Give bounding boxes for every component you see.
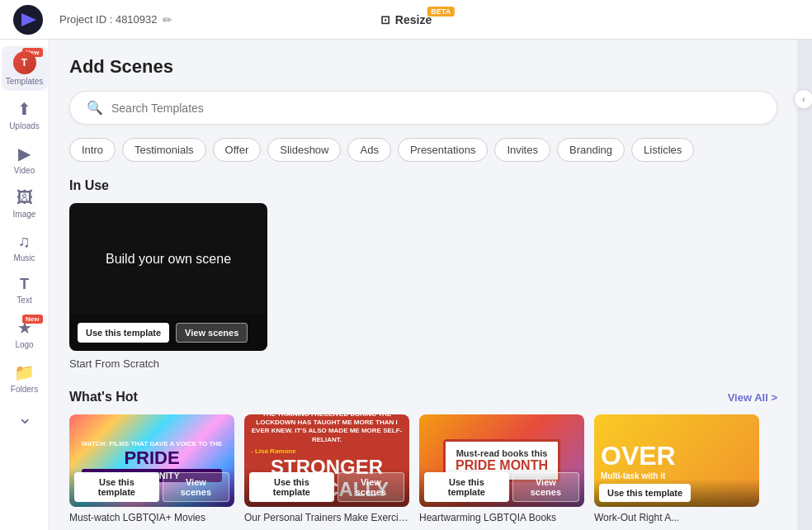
hot-grid: WATCH: FILMS THAT GAVE A VOICE TO THE PR… [69, 414, 777, 523]
in-use-heading: In Use [69, 178, 777, 193]
in-use-card-inner: Build your own scene [69, 203, 267, 315]
beta-badge: BETA [427, 7, 455, 17]
stronger-use-btn[interactable]: Use this template [249, 472, 334, 502]
filter-presentations[interactable]: Presentations [398, 138, 489, 162]
pride-view-btn[interactable]: View scenes [163, 472, 229, 502]
filter-testimonials[interactable]: Testimonials [122, 138, 206, 162]
pride-label: Must-watch LGBTQIA+ Movies [69, 512, 234, 523]
collapse-button[interactable]: ‹ [794, 89, 812, 109]
filter-slideshow[interactable]: Slideshow [267, 138, 341, 162]
resize-button[interactable]: ⊡ Resize BETA [380, 13, 432, 26]
stronger-label: Our Personal Trainers Make Exercising... [244, 512, 409, 523]
view-all-link[interactable]: View All > [728, 391, 777, 404]
filter-ads[interactable]: Ads [347, 138, 390, 162]
logo-area [13, 5, 43, 35]
stronger-actions: Use this template View scenes [244, 467, 409, 507]
hot-card-workout[interactable]: OVER Multi-task with it Use this templat… [594, 414, 759, 523]
hot-card-pride[interactable]: WATCH: FILMS THAT GAVE A VOICE TO THE PR… [69, 414, 234, 523]
page-title: Add Scenes [69, 56, 777, 78]
hot-card-stronger[interactable]: THE TRAINING I RECEIVED DURING THE LOCKD… [244, 414, 409, 523]
filter-branding[interactable]: Branding [557, 138, 625, 162]
hot-card-books[interactable]: Must-read books this PRIDE MONTH Use thi… [419, 414, 584, 523]
start-scratch-label: Start From Scratch [69, 357, 777, 370]
music-icon: ♫ [18, 232, 31, 251]
text-icon: T [20, 276, 29, 293]
stronger-view-btn[interactable]: View scenes [338, 472, 404, 502]
in-use-card[interactable]: Build your own scene Use this template V… [69, 203, 267, 351]
filter-offer[interactable]: Offer [213, 138, 262, 162]
books-use-btn[interactable]: Use this template [424, 472, 509, 502]
in-use-actions: Use this template View scenes [69, 315, 267, 351]
pride-use-btn[interactable]: Use this template [74, 472, 159, 502]
sidebar-item-templates[interactable]: New T Templates [2, 46, 48, 91]
sidebar-item-folders[interactable]: 📁 Folders [2, 357, 48, 399]
search-input[interactable] [111, 102, 760, 115]
books-view-btn[interactable]: View scenes [512, 472, 579, 502]
search-icon: 🔍 [87, 100, 103, 116]
filter-listicles[interactable]: Listicles [631, 138, 694, 162]
avatar: T [13, 51, 36, 74]
video-icon: ▶ [18, 144, 31, 163]
edit-icon[interactable]: ✏ [163, 13, 172, 26]
right-panel: ‹ [797, 40, 812, 530]
workout-label: Work-Out Right A... [594, 512, 759, 523]
filter-chips: Intro Testimonials Offer Slideshow Ads P… [69, 138, 777, 162]
pride-card-img: WATCH: FILMS THAT GAVE A VOICE TO THE PR… [69, 414, 234, 507]
books-card-img: Must-read books this PRIDE MONTH Use thi… [419, 414, 584, 507]
whats-hot-heading: What's Hot View All > [69, 390, 777, 405]
image-icon: 🖼 [17, 188, 33, 207]
upload-icon: ⬆ [17, 99, 31, 119]
main-layout: New T Templates ⬆ Uploads ▶ Video 🖼 Imag… [0, 40, 812, 530]
books-label: Heartwarming LGBTQIA Books [419, 512, 584, 523]
resize-icon: ⊡ [380, 13, 390, 26]
sidebar-item-image[interactable]: 🖼 Image [2, 183, 48, 224]
build-own-text: Build your own scene [106, 252, 231, 267]
stronger-card-img: THE TRAINING I RECEIVED DURING THE LOCKD… [244, 414, 409, 507]
sidebar-item-text[interactable]: T Text [2, 271, 48, 310]
workout-card-img: OVER Multi-task with it Use this templat… [594, 414, 759, 507]
new-badge-logo: New [22, 315, 42, 324]
invideo-logo [13, 5, 43, 35]
filter-invites[interactable]: Invites [494, 138, 550, 162]
more-icon: ⌄ [17, 407, 32, 428]
view-scenes-button[interactable]: View scenes [176, 323, 248, 343]
sidebar-item-logo[interactable]: New ★ Logo [2, 313, 48, 354]
topbar: Project ID : 4810932 ✏ ⊡ Resize BETA [0, 0, 812, 40]
project-id: Project ID : 4810932 ✏ [59, 13, 172, 26]
filter-intro[interactable]: Intro [69, 138, 116, 162]
search-bar: 🔍 [69, 91, 777, 125]
pride-actions: Use this template View scenes [69, 467, 234, 507]
content-area: Add Scenes 🔍 Intro Testimonials Offer Sl… [50, 40, 797, 530]
folders-icon: 📁 [14, 362, 35, 382]
books-actions: Use this template View scenes [419, 467, 584, 507]
sidebar-item-music[interactable]: ♫ Music [2, 227, 48, 267]
sidebar-item-uploads[interactable]: ⬆ Uploads [2, 94, 48, 135]
workout-use-btn[interactable]: Use this template [599, 484, 691, 502]
workout-actions: Use this template [594, 479, 759, 507]
use-template-button[interactable]: Use this template [78, 323, 169, 343]
sidebar-item-more[interactable]: ⌄ [2, 402, 48, 433]
sidebar-item-video[interactable]: ▶ Video [2, 139, 48, 180]
sidebar: New T Templates ⬆ Uploads ▶ Video 🖼 Imag… [0, 40, 50, 530]
